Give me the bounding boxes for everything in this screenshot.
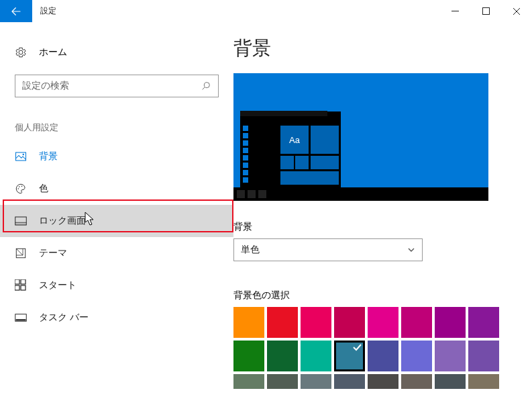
color-swatch[interactable] (267, 307, 298, 338)
titlebar: 設定 (0, 0, 532, 22)
home-label: ホーム (39, 46, 67, 58)
preview-sample-text: Aa (280, 126, 309, 154)
close-icon (513, 7, 521, 15)
color-swatch[interactable] (435, 374, 466, 389)
color-swatch[interactable] (368, 307, 398, 338)
minimize-icon (451, 7, 459, 15)
home-nav[interactable]: ホーム (0, 42, 233, 69)
color-swatch[interactable] (334, 374, 365, 389)
svg-rect-0 (482, 8, 489, 15)
nav-label: 背景 (39, 150, 58, 163)
color-swatch[interactable] (468, 341, 499, 371)
maximize-button[interactable] (470, 0, 501, 22)
color-swatch[interactable] (267, 341, 298, 371)
taskbar-icon (15, 314, 27, 322)
color-swatch[interactable] (368, 341, 398, 371)
page-title: 背景 (233, 36, 532, 73)
svg-point-5 (19, 186, 20, 187)
color-swatch[interactable] (468, 374, 499, 389)
nav-label: スタート (39, 279, 76, 291)
color-swatch[interactable] (468, 307, 499, 338)
back-button[interactable] (0, 0, 32, 22)
color-swatch[interactable] (401, 307, 432, 338)
nav-item-themes[interactable]: テーマ (0, 237, 233, 269)
window-controls (439, 0, 532, 22)
search-icon (201, 81, 211, 91)
nav-label: タスク バー (39, 312, 89, 324)
main-content: 背景 Aa 背景 単色 背景色の選択 (233, 22, 532, 389)
chevron-down-icon (407, 246, 415, 254)
nav-item-taskbar[interactable]: タスク バー (0, 302, 233, 334)
color-swatch[interactable] (301, 307, 331, 338)
color-swatches (233, 307, 499, 389)
svg-point-6 (21, 186, 23, 187)
svg-point-1 (204, 83, 209, 88)
arrow-left-icon (10, 5, 22, 17)
svg-rect-2 (16, 152, 26, 161)
svg-rect-11 (21, 279, 25, 284)
theme-icon (15, 247, 27, 259)
svg-point-3 (23, 154, 24, 155)
dropdown-value: 単色 (241, 244, 260, 256)
nav-label: テーマ (39, 247, 67, 259)
maximize-icon (482, 7, 490, 15)
close-button[interactable] (501, 0, 532, 22)
svg-rect-13 (21, 285, 25, 290)
nav-item-background[interactable]: 背景 (0, 140, 233, 173)
color-swatch[interactable] (267, 374, 298, 389)
background-dropdown[interactable]: 単色 (233, 238, 423, 261)
start-icon (15, 279, 27, 291)
color-swatch[interactable] (334, 307, 365, 338)
background-label: 背景 (233, 221, 532, 233)
color-swatch[interactable] (301, 374, 331, 389)
color-swatch[interactable] (435, 341, 466, 371)
color-swatch[interactable] (368, 374, 398, 389)
search-placeholder: 設定の検索 (22, 80, 201, 92)
category-header: 個人用設定 (0, 97, 233, 140)
sidebar: ホーム 設定の検索 個人用設定 背景 色 ロック画面 テーマ スタート タスク … (0, 22, 233, 334)
app-title: 設定 (32, 0, 56, 22)
color-swatch[interactable] (233, 374, 264, 389)
desktop-preview: Aa (233, 73, 488, 201)
color-swatch[interactable] (233, 341, 264, 371)
svg-rect-15 (16, 319, 26, 320)
search-input[interactable]: 設定の検索 (15, 75, 219, 97)
color-swatch[interactable] (233, 307, 264, 338)
color-swatch-selected[interactable] (334, 341, 365, 371)
nav-item-colors[interactable]: 色 (0, 173, 233, 205)
picture-icon (15, 150, 27, 163)
color-swatch[interactable] (401, 341, 432, 371)
nav-item-start[interactable]: スタート (0, 269, 233, 302)
color-swatch[interactable] (435, 307, 466, 338)
nav-label: 色 (39, 183, 48, 195)
minimize-button[interactable] (439, 0, 470, 22)
svg-rect-10 (15, 279, 19, 284)
lockscreen-icon (15, 216, 27, 226)
svg-rect-8 (15, 222, 27, 225)
color-swatch[interactable] (401, 374, 432, 389)
svg-rect-12 (15, 285, 19, 290)
color-select-label: 背景色の選択 (233, 289, 532, 302)
color-swatch[interactable] (301, 341, 331, 371)
gear-icon (15, 46, 27, 58)
check-icon (352, 342, 362, 353)
nav-item-lockscreen[interactable]: ロック画面 (0, 205, 233, 237)
svg-point-4 (18, 188, 19, 189)
palette-icon (15, 183, 27, 195)
nav-label: ロック画面 (39, 215, 86, 227)
